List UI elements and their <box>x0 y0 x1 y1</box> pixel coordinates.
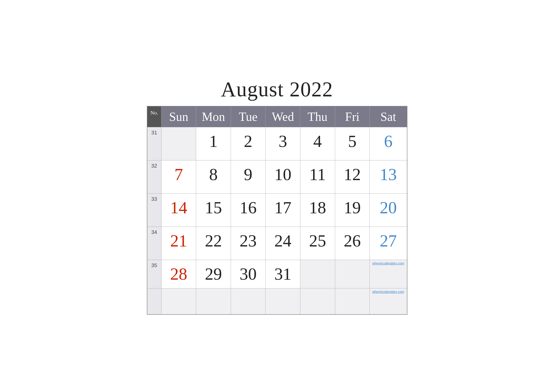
day-cell: 29 <box>196 260 231 288</box>
day-cell: 13 <box>370 161 407 194</box>
calendar-title: August 2022 <box>147 77 407 101</box>
day-cell: 15 <box>196 194 231 227</box>
week-number: 35 <box>147 260 161 288</box>
day-cell: 16 <box>231 194 265 227</box>
day-cell: 3 <box>265 127 300 161</box>
footer-link[interactable]: wheniscalendars.com <box>372 290 404 294</box>
day-cell: 31 <box>265 260 300 288</box>
day-cell: 20 <box>370 194 407 227</box>
day-cell <box>335 260 370 288</box>
week-row: 31123456 <box>147 127 407 161</box>
day-cell: 27 <box>370 227 407 260</box>
empty-row: wheniscalendars.com <box>147 288 407 315</box>
day-cell: 14 <box>161 194 196 227</box>
calendar-table: No. Sun Mon Tue Wed Thu Fri Sat 31123456… <box>147 106 407 315</box>
day-cell: 30 <box>231 260 265 288</box>
day-cell <box>231 288 265 315</box>
day-cell <box>265 288 300 315</box>
day-cell: 21 <box>161 227 196 260</box>
day-cell <box>196 288 231 315</box>
week-row: 3314151617181920 <box>147 194 407 227</box>
week-number: 34 <box>147 227 161 260</box>
header-fri: Fri <box>335 106 370 127</box>
week-row: 3278910111213 <box>147 161 407 194</box>
empty-week-num <box>147 288 161 315</box>
day-cell: 2 <box>231 127 265 161</box>
header-wed: Wed <box>265 106 300 127</box>
header-row: No. Sun Mon Tue Wed Thu Fri Sat <box>147 106 407 127</box>
header-mon: Mon <box>196 106 231 127</box>
day-cell: 28 <box>161 260 196 288</box>
day-cell: 5 <box>335 127 370 161</box>
week-number: 32 <box>147 161 161 194</box>
day-cell <box>300 260 335 288</box>
day-cell: 10 <box>265 161 300 194</box>
day-cell: 6 <box>370 127 407 161</box>
day-cell: wheniscalendars.com <box>370 288 407 315</box>
header-tue: Tue <box>231 106 265 127</box>
day-cell: wheniscalendars.com <box>370 260 407 288</box>
day-cell <box>161 288 196 315</box>
header-thu: Thu <box>300 106 335 127</box>
week-row: 3528293031wheniscalendars.com <box>147 260 407 288</box>
day-cell: 22 <box>196 227 231 260</box>
week-number: 33 <box>147 194 161 227</box>
day-cell <box>161 127 196 161</box>
header-sat: Sat <box>370 106 407 127</box>
header-sun: Sun <box>161 106 196 127</box>
calendar-body: 3112345632789101112133314151617181920342… <box>147 127 407 315</box>
day-cell: 19 <box>335 194 370 227</box>
day-cell: 25 <box>300 227 335 260</box>
day-cell: 12 <box>335 161 370 194</box>
day-cell: 26 <box>335 227 370 260</box>
day-cell: 8 <box>196 161 231 194</box>
day-cell: 4 <box>300 127 335 161</box>
day-cell: 11 <box>300 161 335 194</box>
day-cell: 24 <box>265 227 300 260</box>
day-cell <box>300 288 335 315</box>
day-cell <box>335 288 370 315</box>
header-no: No. <box>147 106 161 127</box>
week-number: 31 <box>147 127 161 161</box>
footer-link[interactable]: wheniscalendars.com <box>372 261 404 265</box>
calendar-container: August 2022 No. Sun Mon Tue Wed Thu Fri … <box>147 77 407 315</box>
day-cell: 17 <box>265 194 300 227</box>
day-cell: 7 <box>161 161 196 194</box>
day-cell: 1 <box>196 127 231 161</box>
day-cell: 18 <box>300 194 335 227</box>
day-cell: 23 <box>231 227 265 260</box>
day-cell: 9 <box>231 161 265 194</box>
week-row: 3421222324252627 <box>147 227 407 260</box>
